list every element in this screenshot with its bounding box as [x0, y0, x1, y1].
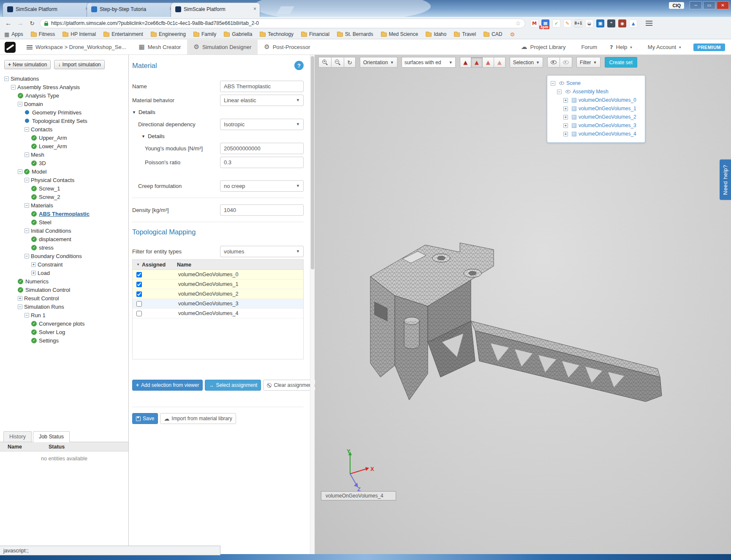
panel-scrollbar[interactable]: [310, 55, 315, 554]
assigned-checkbox[interactable]: [136, 311, 142, 316]
tree-toggle-icon[interactable]: [11, 85, 16, 90]
tree-item[interactable]: Contacts: [2, 125, 128, 133]
header-link[interactable]: Project Library ▾: [515, 40, 572, 54]
simscale-logo[interactable]: [0, 40, 20, 54]
app-nav-tab[interactable]: Post-Processor: [258, 40, 316, 54]
scrollbar-thumb[interactable]: [311, 56, 314, 269]
tree-item[interactable]: Convergence plots: [2, 319, 128, 328]
bookmark-item[interactable]: Gabriella: [224, 31, 252, 37]
back-button[interactable]: ←: [4, 20, 13, 27]
tree-item[interactable]: Assembly Stress Analysis: [2, 83, 128, 91]
assignment-row[interactable]: volumeOnGeoVolumes_1: [133, 280, 303, 289]
bookmark-item[interactable]: CAD: [484, 31, 502, 37]
new-simulation-button[interactable]: +New simulation: [4, 60, 51, 69]
header-link[interactable]: Help ▾: [603, 40, 639, 54]
bookmark-item[interactable]: Apps: [4, 31, 23, 38]
need-help-tab[interactable]: Need help?: [720, 160, 731, 200]
mesh-mode-3-button[interactable]: ▲: [483, 57, 494, 68]
extension-icon[interactable]: 8+1: [574, 19, 582, 27]
scene-volume-row[interactable]: volumeOnGeoVolumes_2: [551, 113, 641, 121]
filter-dropdown[interactable]: Filter▼: [576, 57, 601, 68]
collapse-icon[interactable]: [557, 90, 562, 94]
scene-volume-row[interactable]: volumeOnGeoVolumes_4: [551, 130, 641, 138]
save-button[interactable]: Save: [132, 413, 158, 424]
collapse-icon[interactable]: [551, 81, 555, 86]
tree-item[interactable]: Materials: [2, 201, 128, 209]
mesh-3d-model[interactable]: [362, 234, 666, 416]
tree-item[interactable]: Upper_Arm: [2, 133, 128, 142]
scene-volume-row[interactable]: volumeOnGeoVolumes_1: [551, 104, 641, 113]
bookmark-item[interactable]: Technology: [260, 31, 293, 37]
material-behavior-select[interactable]: Linear elastic ▼: [220, 95, 304, 106]
tree-toggle-icon[interactable]: [24, 178, 29, 182]
help-icon[interactable]: ?: [294, 61, 304, 70]
header-link[interactable]: Forum ▾: [572, 40, 603, 54]
extension-icon[interactable]: [596, 19, 604, 27]
bookmark-item[interactable]: Engineering: [151, 31, 186, 37]
tree-item[interactable]: Settings: [2, 336, 128, 345]
assigned-checkbox[interactable]: [136, 272, 142, 277]
tree-item[interactable]: Boundary Conditions: [2, 252, 128, 260]
import-simulation-button[interactable]: ↓Import simulation: [54, 60, 104, 69]
reload-button[interactable]: ↻: [28, 20, 36, 26]
visibility-eye-icon[interactable]: [565, 90, 571, 93]
tree-item[interactable]: Screw_2: [2, 193, 128, 201]
scene-volume-row[interactable]: volumeOnGeoVolumes_3: [551, 121, 641, 130]
tree-item[interactable]: Numerics: [2, 277, 128, 285]
assignment-row[interactable]: volumeOnGeoVolumes_4: [133, 309, 303, 318]
mesh-mode-4-button[interactable]: ▲: [494, 57, 505, 68]
bookmark-item[interactable]: Entertainment: [103, 31, 143, 37]
browser-tab[interactable]: SimScale Platform ×: [171, 3, 260, 17]
assigned-checkbox[interactable]: [136, 291, 142, 297]
extension-icon[interactable]: [552, 19, 560, 27]
tree-item[interactable]: Simulation Control: [2, 285, 128, 294]
hide-button[interactable]: [560, 57, 572, 68]
extension-icon[interactable]: [618, 19, 626, 27]
extension-icon[interactable]: [629, 19, 637, 27]
tree-item[interactable]: Result Control: [2, 294, 128, 302]
tree-item[interactable]: Mesh: [2, 150, 128, 159]
header-link[interactable]: My Account ▾: [639, 40, 688, 54]
show-button[interactable]: [547, 57, 560, 68]
tab-job-status[interactable]: Job Status: [33, 431, 70, 442]
scene-assembly-row[interactable]: Assembly Mesh: [551, 87, 641, 96]
tree-toggle-icon[interactable]: [24, 254, 29, 258]
zoom-in-button[interactable]: +: [318, 57, 332, 68]
tree-item[interactable]: Model: [2, 167, 128, 176]
bookmark-item[interactable]: Idaho: [426, 31, 446, 37]
expand-icon[interactable]: [563, 132, 568, 136]
expand-icon[interactable]: [563, 98, 568, 103]
bookmark-item[interactable]: [510, 31, 517, 38]
tree-item[interactable]: Analysis Type: [2, 91, 128, 100]
tree-item[interactable]: Load: [2, 269, 128, 277]
tab-history[interactable]: History: [3, 431, 32, 442]
tree-item[interactable]: Run 1: [2, 311, 128, 319]
tab-close-icon[interactable]: ×: [253, 6, 256, 12]
assigned-checkbox[interactable]: [136, 282, 142, 287]
zoom-out-button[interactable]: −: [332, 57, 344, 68]
assignment-row[interactable]: volumeOnGeoVolumes_2: [133, 289, 303, 299]
selection-dropdown[interactable]: Selection▼: [510, 57, 543, 68]
scene-root-row[interactable]: Scene: [551, 79, 641, 87]
directional-dependency-select[interactable]: Isotropic ▼: [220, 119, 304, 130]
tree-toggle-icon[interactable]: [24, 152, 29, 157]
assigned-checkbox[interactable]: [136, 301, 142, 307]
tree-toggle-icon[interactable]: [4, 76, 9, 81]
viewer-3d[interactable]: + − ↻ Orientation▼ surfaces with ed▼ ▲ ▲…: [315, 55, 731, 554]
tree-item[interactable]: Lower_Arm: [2, 142, 128, 150]
details-toggle[interactable]: ▼ Details: [132, 109, 304, 115]
bookmark-item[interactable]: Fitness: [31, 31, 55, 37]
tree-toggle-icon[interactable]: [24, 228, 29, 233]
app-nav-tab[interactable]: Mesh Creator: [133, 40, 188, 54]
bookmark-item[interactable]: Financial: [301, 31, 329, 37]
orientation-dropdown[interactable]: Orientation▼: [360, 57, 397, 68]
creep-formulation-select[interactable]: no creep ▼: [220, 180, 304, 192]
assignment-row[interactable]: volumeOnGeoVolumes_0: [133, 270, 303, 280]
mesh-mode-2-button[interactable]: ▲: [471, 57, 483, 68]
create-set-button[interactable]: Create set: [605, 57, 637, 68]
tree-item[interactable]: ABS Thermoplastic: [2, 209, 128, 218]
extension-icon[interactable]: [585, 19, 593, 27]
tree-toggle-icon[interactable]: [18, 102, 22, 106]
tree-item[interactable]: Constraint: [2, 260, 128, 269]
tree-item[interactable]: stress: [2, 243, 128, 252]
